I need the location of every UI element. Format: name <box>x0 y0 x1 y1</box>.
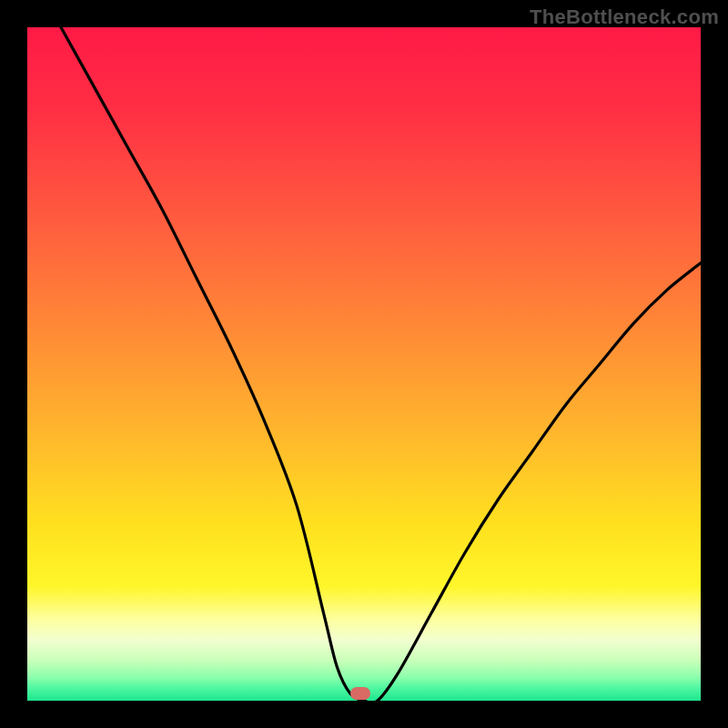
outer-frame: TheBottleneck.com <box>0 0 728 728</box>
plot-area <box>27 27 701 701</box>
minimum-marker <box>350 687 370 700</box>
watermark-label: TheBottleneck.com <box>530 5 719 29</box>
bottleneck-curve <box>27 27 701 701</box>
